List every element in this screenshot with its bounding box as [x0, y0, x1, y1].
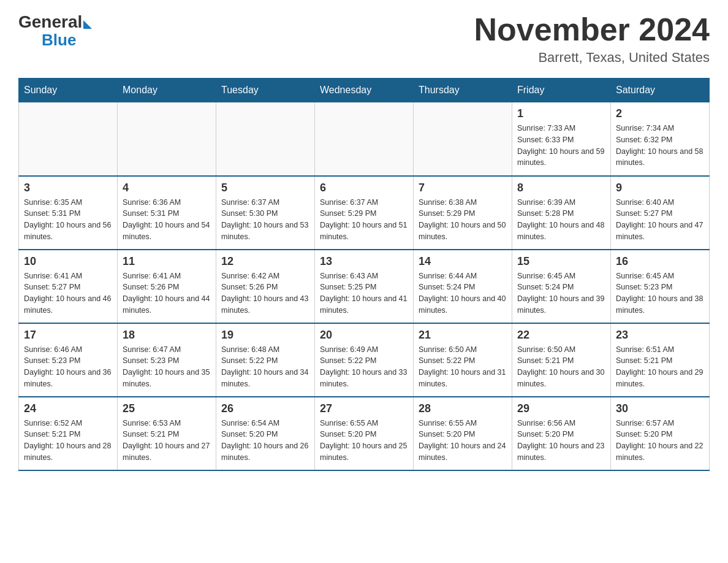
day-info: Sunrise: 6:40 AMSunset: 5:27 PMDaylight:…	[616, 197, 704, 243]
calendar-week-row: 3Sunrise: 6:35 AMSunset: 5:31 PMDaylight…	[19, 176, 710, 250]
day-number: 11	[123, 255, 211, 268]
day-number: 5	[221, 182, 309, 194]
logo-arrow-icon	[83, 20, 92, 29]
day-number: 2	[616, 107, 704, 120]
calendar-day-cell: 24Sunrise: 6:52 AMSunset: 5:21 PMDayligh…	[19, 397, 118, 470]
day-number: 23	[616, 329, 704, 342]
calendar-day-cell: 29Sunrise: 6:56 AMSunset: 5:20 PMDayligh…	[512, 397, 611, 470]
day-info: Sunrise: 6:46 AMSunset: 5:23 PMDaylight:…	[24, 344, 112, 390]
day-number: 16	[616, 255, 704, 268]
weekday-header: Thursday	[414, 79, 512, 102]
day-info: Sunrise: 6:47 AMSunset: 5:23 PMDaylight:…	[123, 344, 211, 390]
day-info: Sunrise: 6:44 AMSunset: 5:24 PMDaylight:…	[419, 270, 507, 316]
logo: General Blue	[18, 12, 92, 48]
calendar-day-cell: 30Sunrise: 6:57 AMSunset: 5:20 PMDayligh…	[611, 397, 710, 470]
logo-blue-text: Blue	[42, 31, 76, 49]
calendar-day-cell	[315, 102, 414, 176]
day-number: 21	[419, 329, 507, 342]
calendar-week-row: 17Sunrise: 6:46 AMSunset: 5:23 PMDayligh…	[19, 323, 710, 397]
weekday-header: Friday	[512, 79, 611, 102]
day-number: 20	[320, 329, 408, 342]
day-info: Sunrise: 6:43 AMSunset: 5:25 PMDaylight:…	[320, 270, 408, 316]
calendar-day-cell	[216, 102, 315, 176]
calendar-day-cell: 28Sunrise: 6:55 AMSunset: 5:20 PMDayligh…	[414, 397, 512, 470]
calendar-day-cell: 7Sunrise: 6:38 AMSunset: 5:29 PMDaylight…	[414, 176, 512, 250]
day-number: 10	[24, 255, 112, 268]
calendar-day-cell: 8Sunrise: 6:39 AMSunset: 5:28 PMDaylight…	[512, 176, 611, 250]
calendar-day-cell: 19Sunrise: 6:48 AMSunset: 5:22 PMDayligh…	[216, 323, 315, 397]
day-info: Sunrise: 6:45 AMSunset: 5:23 PMDaylight:…	[616, 270, 704, 316]
day-info: Sunrise: 6:37 AMSunset: 5:30 PMDaylight:…	[221, 197, 309, 243]
day-number: 29	[517, 402, 605, 415]
day-number: 3	[24, 182, 112, 194]
day-info: Sunrise: 7:34 AMSunset: 6:32 PMDaylight:…	[616, 123, 704, 169]
weekday-header: Saturday	[611, 79, 710, 102]
day-info: Sunrise: 6:41 AMSunset: 5:26 PMDaylight:…	[123, 270, 211, 316]
weekday-header: Sunday	[19, 79, 118, 102]
calendar-day-cell: 4Sunrise: 6:36 AMSunset: 5:31 PMDaylight…	[118, 176, 216, 250]
day-info: Sunrise: 6:37 AMSunset: 5:29 PMDaylight:…	[320, 197, 408, 243]
title-area: November 2024 Barrett, Texas, United Sta…	[474, 12, 710, 66]
calendar-body: 1Sunrise: 7:33 AMSunset: 6:33 PMDaylight…	[19, 102, 710, 470]
calendar-day-cell: 5Sunrise: 6:37 AMSunset: 5:30 PMDaylight…	[216, 176, 315, 250]
weekday-header: Monday	[118, 79, 216, 102]
calendar-day-cell: 1Sunrise: 7:33 AMSunset: 6:33 PMDaylight…	[512, 102, 611, 176]
day-info: Sunrise: 6:54 AMSunset: 5:20 PMDaylight:…	[221, 418, 309, 464]
day-number: 24	[24, 402, 112, 415]
calendar-week-row: 24Sunrise: 6:52 AMSunset: 5:21 PMDayligh…	[19, 397, 710, 470]
day-number: 7	[419, 182, 507, 194]
calendar-day-cell: 11Sunrise: 6:41 AMSunset: 5:26 PMDayligh…	[118, 250, 216, 323]
calendar-header: SundayMondayTuesdayWednesdayThursdayFrid…	[19, 79, 710, 102]
calendar-day-cell: 23Sunrise: 6:51 AMSunset: 5:21 PMDayligh…	[611, 323, 710, 397]
day-number: 27	[320, 402, 408, 415]
day-info: Sunrise: 6:55 AMSunset: 5:20 PMDaylight:…	[419, 418, 507, 464]
day-number: 22	[517, 329, 605, 342]
location-title: Barrett, Texas, United States	[474, 50, 710, 66]
day-info: Sunrise: 7:33 AMSunset: 6:33 PMDaylight:…	[517, 123, 605, 169]
day-number: 6	[320, 182, 408, 194]
page-header: General Blue November 2024 Barrett, Texa…	[18, 12, 710, 66]
calendar-week-row: 1Sunrise: 7:33 AMSunset: 6:33 PMDaylight…	[19, 102, 710, 176]
day-number: 17	[24, 329, 112, 342]
day-info: Sunrise: 6:35 AMSunset: 5:31 PMDaylight:…	[24, 197, 112, 243]
calendar-day-cell: 10Sunrise: 6:41 AMSunset: 5:27 PMDayligh…	[19, 250, 118, 323]
calendar-day-cell	[414, 102, 512, 176]
calendar-day-cell: 26Sunrise: 6:54 AMSunset: 5:20 PMDayligh…	[216, 397, 315, 470]
calendar-day-cell: 25Sunrise: 6:53 AMSunset: 5:21 PMDayligh…	[118, 397, 216, 470]
day-number: 19	[221, 329, 309, 342]
day-number: 8	[517, 182, 605, 194]
calendar-table: SundayMondayTuesdayWednesdayThursdayFrid…	[18, 78, 710, 471]
day-info: Sunrise: 6:42 AMSunset: 5:26 PMDaylight:…	[221, 270, 309, 316]
day-number: 13	[320, 255, 408, 268]
day-number: 30	[616, 402, 704, 415]
calendar-day-cell: 27Sunrise: 6:55 AMSunset: 5:20 PMDayligh…	[315, 397, 414, 470]
day-info: Sunrise: 6:57 AMSunset: 5:20 PMDaylight:…	[616, 418, 704, 464]
weekday-header-row: SundayMondayTuesdayWednesdayThursdayFrid…	[19, 79, 710, 102]
calendar-day-cell: 9Sunrise: 6:40 AMSunset: 5:27 PMDaylight…	[611, 176, 710, 250]
day-number: 1	[517, 107, 605, 120]
calendar-day-cell	[118, 102, 216, 176]
day-number: 18	[123, 329, 211, 342]
calendar-week-row: 10Sunrise: 6:41 AMSunset: 5:27 PMDayligh…	[19, 250, 710, 323]
day-number: 12	[221, 255, 309, 268]
weekday-header: Tuesday	[216, 79, 315, 102]
calendar-day-cell: 14Sunrise: 6:44 AMSunset: 5:24 PMDayligh…	[414, 250, 512, 323]
day-info: Sunrise: 6:52 AMSunset: 5:21 PMDaylight:…	[24, 418, 112, 464]
day-number: 15	[517, 255, 605, 268]
calendar-day-cell: 21Sunrise: 6:50 AMSunset: 5:22 PMDayligh…	[414, 323, 512, 397]
calendar-day-cell: 12Sunrise: 6:42 AMSunset: 5:26 PMDayligh…	[216, 250, 315, 323]
day-info: Sunrise: 6:51 AMSunset: 5:21 PMDaylight:…	[616, 344, 704, 390]
day-info: Sunrise: 6:50 AMSunset: 5:21 PMDaylight:…	[517, 344, 605, 390]
day-number: 25	[123, 402, 211, 415]
day-info: Sunrise: 6:45 AMSunset: 5:24 PMDaylight:…	[517, 270, 605, 316]
day-info: Sunrise: 6:49 AMSunset: 5:22 PMDaylight:…	[320, 344, 408, 390]
day-number: 26	[221, 402, 309, 415]
calendar-day-cell: 17Sunrise: 6:46 AMSunset: 5:23 PMDayligh…	[19, 323, 118, 397]
day-info: Sunrise: 6:41 AMSunset: 5:27 PMDaylight:…	[24, 270, 112, 316]
calendar-day-cell	[19, 102, 118, 176]
day-number: 14	[419, 255, 507, 268]
calendar-day-cell: 6Sunrise: 6:37 AMSunset: 5:29 PMDaylight…	[315, 176, 414, 250]
calendar-day-cell: 2Sunrise: 7:34 AMSunset: 6:32 PMDaylight…	[611, 102, 710, 176]
day-info: Sunrise: 6:48 AMSunset: 5:22 PMDaylight:…	[221, 344, 309, 390]
day-info: Sunrise: 6:56 AMSunset: 5:20 PMDaylight:…	[517, 418, 605, 464]
